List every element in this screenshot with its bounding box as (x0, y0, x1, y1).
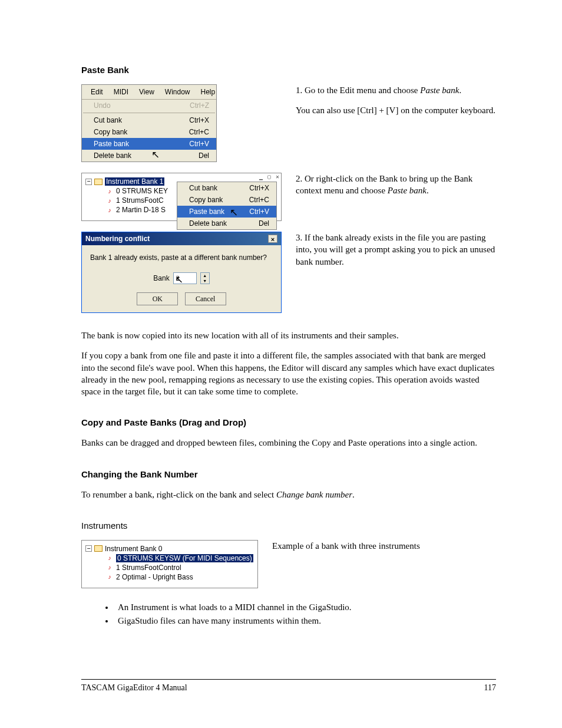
step-1: 1. Go to the Edit menu and choose Paste … (296, 84, 496, 96)
heading-instruments: Instruments (81, 521, 496, 531)
menu-edit[interactable]: Edit (85, 87, 108, 97)
ctx-cut-bank[interactable]: Cut bankCtrl+X (177, 182, 276, 194)
bank-node[interactable]: Instrument Bank 1 (105, 177, 164, 186)
ctx-delete-bank[interactable]: Delete bankDel (177, 218, 276, 229)
bank-node[interactable]: Instrument Bank 0 (105, 545, 162, 553)
close-icon[interactable]: × (268, 235, 277, 243)
window-buttons[interactable]: ▁ ▢ ✕ (176, 173, 281, 180)
instrument-item[interactable]: 0 STRUMS KEY (116, 187, 168, 195)
expander-icon[interactable]: − (85, 179, 92, 185)
bank-tree: − Instrument Bank 1 ♪0 STRUMS KEY ♪1 Str… (81, 173, 176, 221)
paragraph-merge: If you copy a bank from one file and pas… (81, 350, 496, 397)
ctx-paste-bank[interactable]: Paste bankCtrl+V (177, 206, 276, 218)
menu-copy-bank[interactable]: Copy bankCtrl+C (82, 126, 216, 138)
menu-paste-bank[interactable]: Paste bankCtrl+V (82, 138, 216, 150)
menu-undo: UndoCtrl+Z (82, 100, 216, 111)
bank-label: Bank (153, 274, 169, 282)
instrument-icon: ♪ (105, 574, 114, 580)
menu-window[interactable]: Window (160, 87, 196, 97)
menu-cut-bank[interactable]: Cut bankCtrl+X (82, 114, 216, 126)
folder-icon (94, 545, 103, 552)
instrument-item[interactable]: 2 Optimal - Upright Bass (116, 573, 193, 581)
step-2: 2. Or right-click on the Bank to bring u… (296, 173, 496, 197)
bank-number-input[interactable] (173, 272, 197, 284)
instrument-item[interactable]: 1 StrumsFootControl (116, 564, 181, 572)
step-1-alt: You can also use [Ctrl] + [V] on the com… (296, 104, 496, 116)
instrument-item[interactable]: 0 STRUMS KEYSW (For MIDI Sequences) (116, 554, 253, 562)
instrument-icon: ♪ (105, 197, 114, 204)
numbering-conflict-dialog: Numbering conflict × Bank 1 already exis… (81, 232, 282, 313)
bullet-item: GigaStudio files can have many instrumen… (114, 615, 496, 627)
instrument-icon: ♪ (105, 188, 114, 195)
menu-help[interactable]: Help (196, 87, 221, 97)
ctx-copy-bank[interactable]: Copy bankCtrl+C (177, 194, 276, 206)
dialog-title: Numbering conflict (85, 235, 150, 243)
paragraph-example: Example of a bank with three instruments (272, 540, 496, 552)
edit-menu-screenshot: Edit MIDI View Window Help UndoCtrl+Z Cu… (81, 84, 217, 162)
bullet-item: An Instrument is what loads to a MIDI ch… (114, 601, 496, 613)
expander-icon[interactable]: − (85, 545, 92, 552)
spinner-buttons[interactable]: ▲▼ (200, 272, 210, 284)
instrument-tree: − Instrument Bank 0 ♪0 STRUMS KEYSW (For… (81, 540, 258, 588)
heading-copy-drag: Copy and Paste Banks (Drag and Drop) (81, 417, 496, 427)
menu-delete-bank[interactable]: Delete bankDel (82, 150, 216, 162)
heading-paste-bank: Paste Bank (81, 65, 496, 75)
paragraph-change-number: To renumber a bank, right-click on the b… (81, 489, 496, 500)
menu-midi[interactable]: MIDI (108, 87, 134, 97)
menu-view[interactable]: View (134, 87, 160, 97)
footer-manual-title: TASCAM GigaEditor 4 Manual (81, 683, 187, 693)
footer-page-number: 117 (484, 683, 496, 693)
instrument-bullets: An Instrument is what loads to a MIDI ch… (114, 601, 496, 627)
dialog-message: Bank 1 already exists, paste at a differ… (90, 253, 273, 262)
step-3: 3. If the bank already exists in the fil… (296, 232, 496, 268)
ok-button[interactable]: OK (137, 292, 178, 305)
paragraph-copied: The bank is now copied into its new loca… (81, 330, 496, 341)
instrument-icon: ♪ (105, 564, 114, 571)
instrument-item[interactable]: 1 StrumsFootC (116, 196, 164, 205)
instrument-icon: ♪ (105, 207, 114, 213)
instrument-item[interactable]: 2 Martin D-18 S (116, 206, 166, 214)
folder-icon (94, 179, 103, 185)
instrument-icon: ♪ (105, 555, 114, 561)
heading-change-number: Changing the Bank Number (81, 469, 496, 479)
cancel-button[interactable]: Cancel (185, 292, 226, 305)
context-menu: Cut bankCtrl+X Copy bankCtrl+C Paste ban… (177, 182, 277, 230)
paragraph-drag-drop: Banks can be dragged and dropped bewteen… (81, 437, 496, 449)
